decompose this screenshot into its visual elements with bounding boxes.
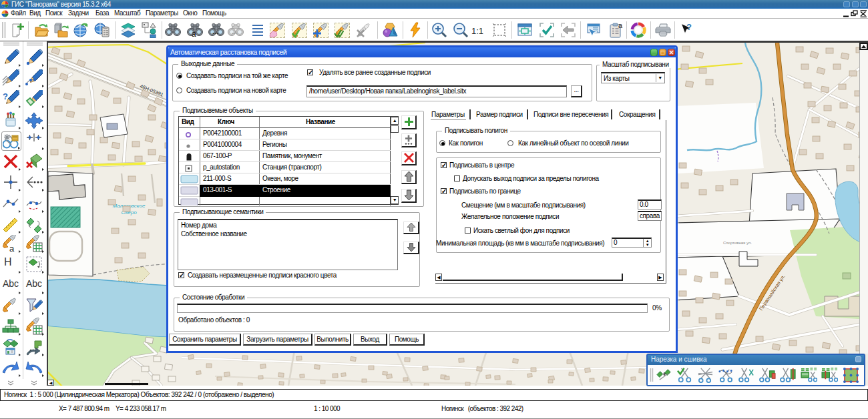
- svg-text:Спортивная ул.: Спортивная ул.: [723, 241, 752, 245]
- svg-text:?: ?: [3, 91, 8, 101]
- svg-text:a: a: [9, 244, 15, 252]
